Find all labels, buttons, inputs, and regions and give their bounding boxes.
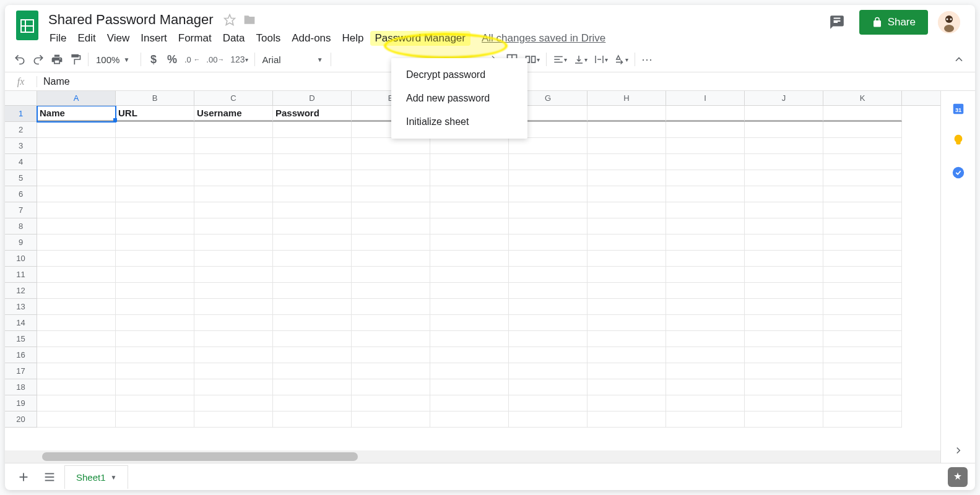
cell-E5[interactable]	[352, 170, 430, 186]
cell-E15[interactable]	[352, 331, 430, 347]
menu-add-ons[interactable]: Add-ons	[287, 31, 336, 46]
column-header-J[interactable]: J	[745, 91, 823, 105]
cell-A9[interactable]	[37, 235, 116, 251]
cell-I5[interactable]	[666, 170, 745, 186]
cell-G7[interactable]	[509, 202, 588, 218]
cell-B5[interactable]	[116, 170, 194, 186]
menu-data[interactable]: Data	[218, 31, 250, 46]
cell-E3[interactable]	[352, 138, 430, 154]
cell-G19[interactable]	[509, 395, 588, 411]
cell-D6[interactable]	[273, 186, 352, 202]
row-header[interactable]: 7	[5, 202, 37, 218]
cell-G3[interactable]	[509, 138, 588, 154]
document-title[interactable]: Shared Password Manager	[45, 11, 217, 29]
row-header[interactable]: 16	[5, 347, 37, 363]
row-header[interactable]: 19	[5, 395, 37, 411]
cell-G11[interactable]	[509, 267, 588, 283]
all-sheets-button[interactable]	[38, 466, 61, 488]
cell-K13[interactable]	[823, 299, 902, 315]
cell-I1[interactable]	[666, 106, 745, 122]
cell-A19[interactable]	[37, 395, 116, 411]
decrease-decimal-button[interactable]: .0 ←	[182, 51, 202, 68]
cell-K14[interactable]	[823, 315, 902, 331]
cell-F19[interactable]	[430, 395, 509, 411]
percent-button[interactable]: %	[163, 51, 181, 68]
cell-J10[interactable]	[745, 251, 823, 267]
cell-B13[interactable]	[116, 299, 194, 315]
cell-E20[interactable]	[352, 411, 430, 428]
cell-C13[interactable]	[194, 299, 273, 315]
cell-F7[interactable]	[430, 202, 509, 218]
cell-C6[interactable]	[194, 186, 273, 202]
column-header-B[interactable]: B	[116, 91, 194, 105]
cell-D2[interactable]	[273, 122, 352, 138]
sheet-tab[interactable]: Sheet1▼	[64, 465, 128, 489]
cell-K9[interactable]	[823, 235, 902, 251]
cell-C5[interactable]	[194, 170, 273, 186]
cell-C15[interactable]	[194, 331, 273, 347]
cell-C4[interactable]	[194, 154, 273, 170]
menu-insert[interactable]: Insert	[136, 31, 172, 46]
cell-A1[interactable]: Name	[37, 106, 116, 122]
cell-B9[interactable]	[116, 235, 194, 251]
column-header-C[interactable]: C	[194, 91, 273, 105]
column-header-I[interactable]: I	[666, 91, 745, 105]
cell-F15[interactable]	[430, 331, 509, 347]
cell-D14[interactable]	[273, 315, 352, 331]
cell-A4[interactable]	[37, 154, 116, 170]
row-header[interactable]: 14	[5, 315, 37, 331]
cell-D4[interactable]	[273, 154, 352, 170]
cell-D8[interactable]	[273, 218, 352, 235]
cell-J18[interactable]	[745, 379, 823, 395]
calendar-icon[interactable]: 31	[951, 101, 966, 116]
cell-J15[interactable]	[745, 331, 823, 347]
cell-B1[interactable]: URL	[116, 106, 194, 122]
cell-H14[interactable]	[588, 315, 666, 331]
cell-F5[interactable]	[430, 170, 509, 186]
cell-I19[interactable]	[666, 395, 745, 411]
cell-H15[interactable]	[588, 331, 666, 347]
horizontal-scrollbar[interactable]	[5, 450, 940, 463]
cell-G12[interactable]	[509, 283, 588, 299]
cell-A15[interactable]	[37, 331, 116, 347]
cell-I14[interactable]	[666, 315, 745, 331]
cell-J11[interactable]	[745, 267, 823, 283]
cell-B12[interactable]	[116, 283, 194, 299]
cell-B14[interactable]	[116, 315, 194, 331]
move-folder-icon[interactable]	[242, 12, 257, 27]
font-select[interactable]: Arial▼	[259, 54, 327, 65]
cell-H3[interactable]	[588, 138, 666, 154]
cell-B16[interactable]	[116, 347, 194, 363]
row-header[interactable]: 10	[5, 251, 37, 267]
cell-G15[interactable]	[509, 331, 588, 347]
cell-G4[interactable]	[509, 154, 588, 170]
menu-item-initialize-sheet[interactable]: Initialize sheet	[391, 110, 527, 134]
cell-E4[interactable]	[352, 154, 430, 170]
cell-D15[interactable]	[273, 331, 352, 347]
spreadsheet-grid[interactable]: ABCDEFGHIJK 1NameURLUsernamePassword2345…	[5, 91, 940, 463]
cell-K4[interactable]	[823, 154, 902, 170]
cell-J17[interactable]	[745, 363, 823, 379]
keep-icon[interactable]	[951, 133, 966, 148]
cell-A20[interactable]	[37, 411, 116, 428]
save-status[interactable]: All changes saved in Drive	[482, 32, 605, 45]
cell-C14[interactable]	[194, 315, 273, 331]
cell-F20[interactable]	[430, 411, 509, 428]
cell-I18[interactable]	[666, 379, 745, 395]
row-header[interactable]: 13	[5, 299, 37, 315]
cell-B7[interactable]	[116, 202, 194, 218]
cell-H18[interactable]	[588, 379, 666, 395]
cell-A14[interactable]	[37, 315, 116, 331]
cell-A7[interactable]	[37, 202, 116, 218]
cell-F3[interactable]	[430, 138, 509, 154]
cell-K7[interactable]	[823, 202, 902, 218]
cell-A13[interactable]	[37, 299, 116, 315]
cell-A10[interactable]	[37, 251, 116, 267]
cell-D17[interactable]	[273, 363, 352, 379]
cell-K11[interactable]	[823, 267, 902, 283]
cell-E19[interactable]	[352, 395, 430, 411]
currency-button[interactable]: $	[145, 51, 162, 68]
cell-E8[interactable]	[352, 218, 430, 235]
menu-tools[interactable]: Tools	[251, 31, 286, 46]
cell-D3[interactable]	[273, 138, 352, 154]
